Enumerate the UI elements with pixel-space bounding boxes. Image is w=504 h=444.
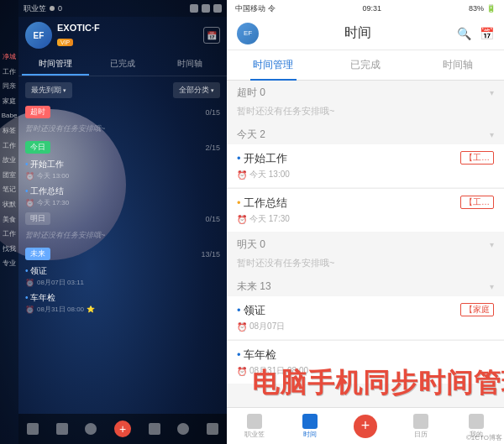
- sort-filter-button[interactable]: 最先到期 ▾: [25, 82, 72, 98]
- bottom-nav-settings[interactable]: [207, 423, 218, 435]
- task-item[interactable]: 工作总结 ⏰ 今天 17:30: [18, 183, 227, 210]
- task-time: 今天 17:30: [37, 198, 69, 207]
- phone-tab-completed[interactable]: 已完成: [319, 50, 412, 81]
- r-task-item[interactable]: 开始工作 【工… ⏰ 今天 13:00: [227, 144, 504, 187]
- r-task-meta: ⏰ 今天 17:30: [237, 213, 494, 225]
- overdue-empty: 暂时还没有任务安排哦~: [18, 121, 227, 138]
- sidebar-item-tags[interactable]: 标签: [1, 124, 18, 138]
- tab-timeline[interactable]: 时间轴: [156, 54, 223, 76]
- search-icon[interactable]: 🔍: [457, 27, 471, 40]
- filter-row: 最先到期 ▾ 全部分类 ▾: [18, 80, 227, 101]
- phone-nav-add[interactable]: +: [338, 415, 393, 438]
- r-task-meta: ⏰ 08月07日: [237, 321, 494, 332]
- section-overdue-header: 超时 0/15: [18, 103, 227, 121]
- sidebar-item-work3[interactable]: 工作: [1, 227, 18, 241]
- left-bottom-nav: +: [18, 414, 227, 444]
- chevron-down-icon: ▾: [63, 87, 66, 94]
- tomorrow-label: 明日: [25, 212, 50, 225]
- phone-tab-time-management[interactable]: 时间管理: [227, 50, 319, 81]
- sidebar-item-work[interactable]: 工作: [1, 65, 18, 79]
- chevron-down-icon: ▾: [211, 87, 214, 94]
- r-task-item[interactable]: 工作总结 【工… ⏰ 今天 17:30: [227, 189, 504, 232]
- overdue-count: 0/15: [205, 108, 220, 117]
- tomorrow-empty: 暂时还没有任务安排哦~: [18, 227, 227, 245]
- r-tomorrow-label: 明天 0: [237, 238, 265, 252]
- r-task-title: 车年检: [237, 347, 276, 363]
- sidebar-item-status[interactable]: 状默: [1, 198, 18, 212]
- clock-icon: ⏰: [25, 172, 34, 180]
- maximize-icon[interactable]: [202, 4, 210, 13]
- sidebar-item-relatives[interactable]: 同亲: [1, 80, 18, 93]
- close-icon[interactable]: [213, 4, 222, 13]
- tab-completed[interactable]: 已完成: [89, 54, 156, 76]
- task-item[interactable]: 开始工作 ⏰ 今天 13:00: [18, 156, 227, 183]
- status-dot: [50, 6, 55, 11]
- tab-time-management[interactable]: 时间管理: [22, 54, 89, 76]
- task-item[interactable]: 领证 ⏰ 08月07日 03:11: [18, 263, 227, 290]
- section-today-header: 今日 2/15: [18, 138, 227, 156]
- task-meta: ⏰ 今天 13:00: [25, 171, 220, 180]
- sidebar-item-group[interactable]: 团室: [1, 169, 18, 182]
- phone-nav-joblist[interactable]: 职业笠: [227, 414, 282, 439]
- task-item[interactable]: 车年检 ⏰ 08月31日 08:00 ⭐: [18, 290, 227, 316]
- bottom-nav-grid[interactable]: [56, 423, 68, 435]
- clock-icon: ⏰: [25, 279, 34, 287]
- r-future-label: 未来 13: [237, 279, 271, 294]
- sidebar-item-family[interactable]: 家庭: [1, 95, 18, 108]
- sidebar-strip: 净城 工作 同亲 家庭 Babe 标签 工作 故业 团室 笔记 状默 美食 工作…: [0, 0, 18, 444]
- sidebar-item-jingcheng[interactable]: 净城: [1, 50, 18, 64]
- sidebar-item-me[interactable]: 找我: [1, 243, 18, 256]
- phone-nav-time[interactable]: 时间: [282, 414, 338, 439]
- app-name: 职业笠: [24, 3, 46, 14]
- sidebar-item-babe[interactable]: Babe: [1, 109, 18, 123]
- profile-info: EXOTIC·F VIP: [57, 23, 198, 48]
- avatar: EF: [25, 22, 52, 49]
- calendar-button[interactable]: 📅: [203, 27, 220, 44]
- tasks-scroll: 超时 0/15 暂时还没有任务安排哦~ 今日 2/15 开始工作 ⏰ 今天 13…: [18, 103, 227, 414]
- r-today-label: 今天 2: [237, 128, 265, 142]
- bottom-nav-home[interactable]: [27, 423, 39, 435]
- clock-icon: ⏰: [25, 199, 34, 207]
- r-section-tomorrow: 明天 0 ▾: [227, 232, 504, 254]
- bottom-nav-add[interactable]: +: [114, 420, 131, 437]
- time-icon: [302, 414, 318, 429]
- clock-icon: ⏰: [237, 322, 247, 332]
- today-count: 2/15: [205, 144, 220, 152]
- r-section-future: 未来 13 ▾: [227, 274, 504, 296]
- phone-statusbar: 中国移动 令 09:31 83% 🔋: [227, 0, 504, 17]
- phone-nav-label-active: 时间: [303, 430, 317, 439]
- phone-title: 时间: [344, 24, 371, 42]
- battery-level: 83%: [469, 4, 484, 13]
- clock-icon: ⏰: [237, 367, 247, 376]
- left-statusbar: 职业笠 0: [18, 0, 227, 17]
- bottom-nav-circle[interactable]: [85, 423, 97, 435]
- r-section-today-header: 今天 2 ▾: [227, 123, 504, 144]
- sidebar-item-industry[interactable]: 故业: [1, 154, 18, 167]
- r-task-item[interactable]: 领证 【家庭 ⏰ 08月07日: [227, 296, 504, 339]
- r-task-title: 开始工作: [237, 151, 287, 166]
- r-section-overdue: 超时 0 ▾: [227, 81, 504, 102]
- bottom-nav-search[interactable]: [177, 423, 189, 435]
- calendar-icon[interactable]: 📅: [480, 27, 494, 40]
- category-filter-button[interactable]: 全部分类 ▾: [173, 82, 220, 98]
- add-icon: +: [354, 415, 377, 438]
- sidebar-item-professional[interactable]: 专业: [1, 257, 18, 270]
- right-content: 超时 0 ▾ 暂时还没有任务安排哦~ 今天 2 ▾ 开始工作 【工… ⏰ 今天 …: [227, 81, 504, 407]
- r-task-title: 工作总结: [237, 196, 287, 211]
- phone-tab-timeline[interactable]: 时间轴: [412, 50, 504, 81]
- phone-header-icons: 🔍 📅: [457, 27, 494, 40]
- r-task-meta: ⏰ 今天 13:00: [237, 169, 494, 180]
- sidebar-item-notes[interactable]: 笔记: [1, 183, 18, 196]
- phone-nav-calendar[interactable]: 日历: [393, 414, 449, 439]
- phone-header: EF 时间 🔍 📅: [227, 17, 504, 50]
- minimize-icon[interactable]: [190, 4, 198, 13]
- sidebar-item-food[interactable]: 美食: [1, 213, 18, 227]
- calendar-nav-icon: [413, 414, 428, 429]
- sidebar-item-work2[interactable]: 工作: [1, 139, 18, 153]
- r-tomorrow-empty: 暂时还没有任务安排哦~: [227, 254, 504, 274]
- bottom-nav-menu[interactable]: [149, 423, 160, 435]
- phone-nav-label: 职业笠: [244, 430, 265, 439]
- today-label: 今日: [25, 141, 50, 154]
- task-meta: ⏰ 今天 17:30: [25, 198, 220, 207]
- tomorrow-count: 0/15: [205, 215, 220, 223]
